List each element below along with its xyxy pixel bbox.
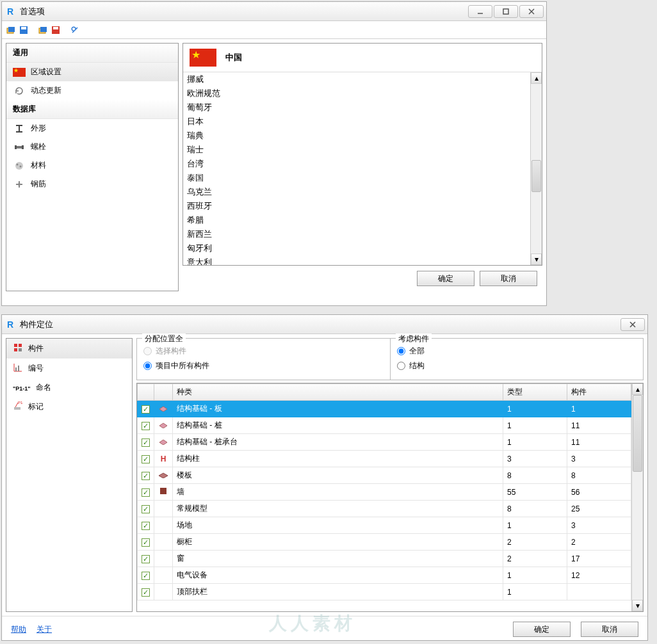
ok-button[interactable]: 确定 [513, 622, 571, 637]
table-row[interactable]: 墙5556 [138, 484, 631, 501]
cancel-button[interactable]: 取消 [581, 622, 638, 637]
sidebar-item-label: 材料 [31, 160, 46, 171]
minimize-button[interactable] [468, 5, 492, 18]
sidebar-item-db-3[interactable]: 钢筋 [6, 175, 178, 193]
row-checkbox[interactable] [142, 455, 150, 463]
close-button[interactable] [620, 318, 645, 331]
sidebar-item-0[interactable]: 构件 [6, 339, 132, 358]
row-checkbox[interactable] [142, 555, 150, 563]
cell-type: 1 [503, 417, 567, 434]
radio-all-components[interactable]: 项目中所有构件 [143, 358, 384, 373]
sidebar-item-db-0[interactable]: 外形 [6, 119, 178, 138]
country-item[interactable]: 挪威 [183, 72, 530, 86]
table-header[interactable]: 构件 [567, 384, 631, 401]
row-type-icon [158, 471, 168, 479]
cell-kind: 结构基础 - 桩 [173, 417, 503, 434]
radio-all[interactable]: 全部 [397, 344, 637, 358]
component-table[interactable]: 种类类型构件 结构基础 - 板11结构基础 - 桩111结构基础 - 桩承台11… [137, 383, 631, 600]
country-list[interactable]: 挪威欧洲规范葡萄牙日本瑞典瑞士台湾泰国乌克兰西班牙希腊新西兰匈牙利意大利印度英国… [183, 72, 530, 265]
row-type-icon [158, 553, 168, 562]
component-location-dialog: R 构件定位 构件编号"P1-1"命名P1-1标记 分配位置全 选择构件 项目中… [1, 314, 648, 641]
country-item[interactable]: 意大利 [183, 255, 530, 265]
table-header[interactable] [138, 384, 154, 401]
row-checkbox[interactable] [142, 439, 150, 447]
country-item[interactable]: 新西兰 [183, 227, 530, 241]
table-scrollbar[interactable]: ▴ ▾ [631, 383, 643, 611]
sidebar-item-db-2[interactable]: 材料 [6, 156, 178, 175]
table-row[interactable]: H结构柱33 [138, 451, 631, 467]
country-item[interactable]: 乌克兰 [183, 185, 530, 199]
table-row[interactable]: 顶部扶栏1 [138, 584, 631, 600]
scroll-thumb[interactable] [633, 395, 642, 472]
table-row[interactable]: 常规模型825 [138, 501, 631, 517]
cell-type: 1 [503, 584, 567, 600]
country-item[interactable]: 台湾 [183, 157, 530, 171]
material-icon [13, 161, 26, 170]
table-row[interactable]: 橱柜22 [138, 534, 631, 551]
close-button[interactable] [519, 5, 544, 18]
sidebar-item-label: 标记 [28, 401, 44, 412]
country-item[interactable]: 希腊 [183, 213, 530, 227]
table-row[interactable]: 电气设备112 [138, 567, 631, 584]
row-checkbox[interactable] [142, 405, 150, 414]
sidebar-item-1[interactable]: 动态更新 [6, 81, 178, 100]
maximize-button[interactable] [494, 5, 518, 18]
row-checkbox[interactable] [142, 538, 150, 547]
table-row[interactable]: 结构基础 - 板11 [138, 401, 631, 417]
table-row[interactable]: 结构基础 - 桩承台111 [138, 434, 631, 451]
country-item[interactable]: 西班牙 [183, 199, 530, 213]
cell-kind: 楼板 [173, 467, 503, 484]
open2-icon[interactable] [38, 25, 48, 35]
scroll-up-icon[interactable]: ▴ [531, 72, 542, 84]
country-item[interactable]: 泰国 [183, 171, 530, 185]
scroll-thumb[interactable] [531, 160, 541, 192]
table-header[interactable] [154, 384, 173, 401]
category-database: 数据库 [6, 100, 178, 119]
cell-type: 1 [503, 434, 567, 451]
cell-type: 1 [503, 567, 567, 584]
table-header[interactable]: 类型 [503, 384, 567, 401]
row-checkbox[interactable] [142, 505, 150, 513]
cell-type: 8 [503, 501, 567, 517]
table-header[interactable]: 种类 [173, 384, 503, 401]
open-icon[interactable] [6, 25, 16, 35]
sidebar-item-0[interactable]: 区域设置 [6, 63, 178, 81]
row-checkbox[interactable] [142, 572, 150, 580]
sidebar-item-1[interactable]: 编号 [6, 358, 132, 378]
country-item[interactable]: 瑞士 [183, 143, 530, 157]
scrollbar[interactable]: ▴ ▾ [530, 72, 542, 265]
cell-type: 55 [503, 484, 567, 501]
sidebar-item-label: 螺栓 [31, 141, 46, 152]
table-row[interactable]: 场地13 [138, 517, 631, 534]
table-row[interactable]: 楼板88 [138, 467, 631, 484]
save-icon[interactable] [19, 25, 29, 35]
scroll-down-icon[interactable]: ▾ [531, 254, 542, 265]
ok-button[interactable]: 确定 [417, 271, 474, 286]
cell-count: 11 [567, 434, 631, 451]
help-link[interactable]: 帮助 [11, 624, 26, 635]
row-checkbox[interactable] [142, 488, 150, 497]
row-checkbox[interactable] [142, 588, 150, 597]
country-item[interactable]: 葡萄牙 [183, 101, 530, 115]
country-item[interactable]: 匈牙利 [183, 241, 530, 255]
scroll-up-icon[interactable]: ▴ [632, 383, 643, 395]
cancel-button[interactable]: 取消 [480, 271, 537, 286]
sidebar-item-db-1[interactable]: 螺栓 [6, 138, 178, 156]
row-checkbox[interactable] [142, 522, 150, 530]
country-item[interactable]: 日本 [183, 115, 530, 129]
country-item[interactable]: 欧洲规范 [183, 86, 530, 101]
row-checkbox[interactable] [142, 422, 150, 430]
sidebar-item-2[interactable]: "P1-1"命名 [6, 378, 132, 397]
group-legend: 分配位置全 [142, 334, 186, 344]
save-red-icon[interactable] [51, 25, 61, 35]
scroll-down-icon[interactable]: ▾ [632, 600, 643, 611]
china-flag-icon [190, 49, 216, 67]
table-row[interactable]: 窗217 [138, 551, 631, 567]
wrench-icon[interactable] [70, 25, 80, 35]
row-checkbox[interactable] [142, 472, 150, 480]
radio-structure[interactable]: 结构 [397, 358, 637, 373]
about-link[interactable]: 关于 [36, 624, 52, 635]
sidebar-item-3[interactable]: P1-1标记 [6, 397, 132, 417]
country-item[interactable]: 瑞典 [183, 129, 530, 143]
table-row[interactable]: 结构基础 - 桩111 [138, 417, 631, 434]
